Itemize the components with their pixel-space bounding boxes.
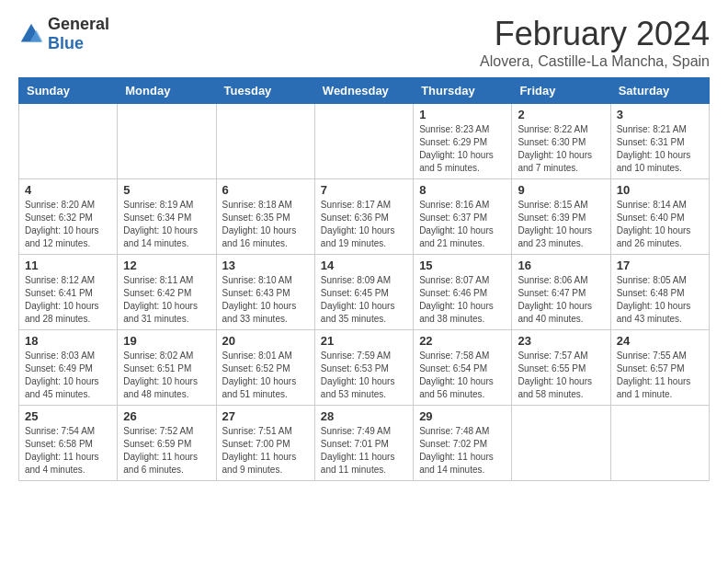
main-title: February 2024 [480, 15, 710, 53]
table-row: 26Sunrise: 7:52 AM Sunset: 6:59 PM Dayli… [118, 406, 216, 481]
table-row: 18Sunrise: 8:03 AM Sunset: 6:49 PM Dayli… [19, 330, 118, 406]
table-row: 5Sunrise: 8:19 AM Sunset: 6:34 PM Daylig… [118, 179, 216, 255]
day-number: 2 [518, 108, 604, 121]
day-number: 18 [25, 334, 111, 348]
table-row: 2Sunrise: 8:22 AM Sunset: 6:30 PM Daylig… [512, 104, 610, 179]
day-info: Sunrise: 8:22 AM Sunset: 6:30 PM Dayligh… [518, 123, 604, 175]
day-info: Sunrise: 7:52 AM Sunset: 6:59 PM Dayligh… [123, 425, 210, 477]
table-row: 27Sunrise: 7:51 AM Sunset: 7:00 PM Dayli… [216, 406, 314, 481]
calendar-week-row: 4Sunrise: 8:20 AM Sunset: 6:32 PM Daylig… [19, 179, 710, 255]
day-info: Sunrise: 8:14 AM Sunset: 6:40 PM Dayligh… [617, 199, 703, 250]
logo-text: General Blue [48, 15, 109, 53]
table-row: 1Sunrise: 8:23 AM Sunset: 6:29 PM Daylig… [414, 104, 512, 179]
day-info: Sunrise: 7:58 AM Sunset: 6:54 PM Dayligh… [419, 350, 506, 401]
day-info: Sunrise: 7:51 AM Sunset: 7:00 PM Dayligh… [222, 425, 309, 477]
table-row: 25Sunrise: 7:54 AM Sunset: 6:58 PM Dayli… [19, 406, 118, 481]
day-number: 5 [123, 183, 210, 197]
title-block: February 2024 Alovera, Castille-La Manch… [480, 15, 710, 70]
day-number: 4 [25, 183, 111, 197]
day-info: Sunrise: 8:01 AM Sunset: 6:52 PM Dayligh… [222, 350, 309, 401]
table-row: 21Sunrise: 7:59 AM Sunset: 6:53 PM Dayli… [314, 330, 413, 406]
calendar-week-row: 18Sunrise: 8:03 AM Sunset: 6:49 PM Dayli… [19, 330, 710, 406]
day-number: 25 [25, 409, 111, 423]
day-info: Sunrise: 8:23 AM Sunset: 6:29 PM Dayligh… [419, 123, 506, 175]
table-row: 13Sunrise: 8:10 AM Sunset: 6:43 PM Dayli… [216, 255, 314, 330]
table-row: 7Sunrise: 8:17 AM Sunset: 6:36 PM Daylig… [314, 179, 413, 255]
day-number: 9 [518, 183, 604, 197]
day-number: 28 [321, 409, 407, 423]
day-number: 23 [518, 334, 604, 348]
table-row: 10Sunrise: 8:14 AM Sunset: 6:40 PM Dayli… [610, 179, 709, 255]
day-info: Sunrise: 8:18 AM Sunset: 6:35 PM Dayligh… [222, 199, 309, 250]
day-number: 12 [123, 259, 210, 272]
col-sunday: Sunday [19, 78, 118, 104]
day-info: Sunrise: 8:03 AM Sunset: 6:49 PM Dayligh… [25, 350, 111, 401]
day-info: Sunrise: 7:55 AM Sunset: 6:57 PM Dayligh… [617, 350, 703, 401]
day-number: 16 [518, 259, 604, 272]
day-number: 3 [617, 108, 703, 121]
table-row: 16Sunrise: 8:06 AM Sunset: 6:47 PM Dayli… [512, 255, 610, 330]
day-info: Sunrise: 8:20 AM Sunset: 6:32 PM Dayligh… [25, 199, 111, 250]
table-row: 17Sunrise: 8:05 AM Sunset: 6:48 PM Dayli… [610, 255, 709, 330]
table-row [512, 406, 610, 481]
table-row: 29Sunrise: 7:48 AM Sunset: 7:02 PM Dayli… [414, 406, 512, 481]
day-info: Sunrise: 8:19 AM Sunset: 6:34 PM Dayligh… [123, 199, 210, 250]
sub-title: Alovera, Castille-La Mancha, Spain [480, 53, 710, 70]
table-row: 24Sunrise: 7:55 AM Sunset: 6:57 PM Dayli… [610, 330, 709, 406]
day-number: 1 [419, 108, 506, 121]
table-row: 22Sunrise: 7:58 AM Sunset: 6:54 PM Dayli… [414, 330, 512, 406]
page-container: General Blue February 2024 Alovera, Cast… [0, 0, 728, 496]
table-row: 23Sunrise: 7:57 AM Sunset: 6:55 PM Dayli… [512, 330, 610, 406]
col-monday: Monday [118, 78, 216, 104]
day-number: 21 [321, 334, 407, 348]
table-row [216, 104, 314, 179]
day-info: Sunrise: 7:48 AM Sunset: 7:02 PM Dayligh… [419, 425, 506, 477]
table-row: 12Sunrise: 8:11 AM Sunset: 6:42 PM Dayli… [118, 255, 216, 330]
day-number: 13 [222, 259, 309, 272]
table-row [118, 104, 216, 179]
table-row [19, 104, 118, 179]
day-number: 29 [419, 409, 506, 423]
day-number: 19 [123, 334, 210, 348]
day-info: Sunrise: 8:07 AM Sunset: 6:46 PM Dayligh… [419, 274, 506, 326]
table-row [610, 406, 709, 481]
table-row: 3Sunrise: 8:21 AM Sunset: 6:31 PM Daylig… [610, 104, 709, 179]
day-number: 24 [617, 334, 703, 348]
col-thursday: Thursday [414, 78, 512, 104]
day-number: 11 [25, 259, 111, 272]
table-row: 19Sunrise: 8:02 AM Sunset: 6:51 PM Dayli… [118, 330, 216, 406]
calendar-table: Sunday Monday Tuesday Wednesday Thursday… [18, 77, 710, 481]
table-row: 8Sunrise: 8:16 AM Sunset: 6:37 PM Daylig… [414, 179, 512, 255]
header: General Blue February 2024 Alovera, Cast… [18, 15, 710, 70]
calendar-header-row: Sunday Monday Tuesday Wednesday Thursday… [19, 78, 710, 104]
day-number: 26 [123, 409, 210, 423]
col-friday: Friday [512, 78, 610, 104]
day-info: Sunrise: 8:15 AM Sunset: 6:39 PM Dayligh… [518, 199, 604, 250]
day-info: Sunrise: 8:17 AM Sunset: 6:36 PM Dayligh… [321, 199, 407, 250]
calendar-week-row: 1Sunrise: 8:23 AM Sunset: 6:29 PM Daylig… [19, 104, 710, 179]
day-number: 27 [222, 409, 309, 423]
day-number: 8 [419, 183, 506, 197]
logo-general: General [48, 15, 109, 34]
logo-icon [18, 21, 44, 47]
day-info: Sunrise: 7:49 AM Sunset: 7:01 PM Dayligh… [321, 425, 407, 477]
day-info: Sunrise: 8:21 AM Sunset: 6:31 PM Dayligh… [617, 123, 703, 175]
day-number: 17 [617, 259, 703, 272]
day-info: Sunrise: 8:12 AM Sunset: 6:41 PM Dayligh… [25, 274, 111, 326]
calendar-week-row: 11Sunrise: 8:12 AM Sunset: 6:41 PM Dayli… [19, 255, 710, 330]
table-row: 6Sunrise: 8:18 AM Sunset: 6:35 PM Daylig… [216, 179, 314, 255]
calendar-week-row: 25Sunrise: 7:54 AM Sunset: 6:58 PM Dayli… [19, 406, 710, 481]
day-info: Sunrise: 8:11 AM Sunset: 6:42 PM Dayligh… [123, 274, 210, 326]
day-number: 14 [321, 259, 407, 272]
day-number: 10 [617, 183, 703, 197]
table-row: 14Sunrise: 8:09 AM Sunset: 6:45 PM Dayli… [314, 255, 413, 330]
logo-blue: Blue [48, 34, 109, 53]
day-info: Sunrise: 8:06 AM Sunset: 6:47 PM Dayligh… [518, 274, 604, 326]
day-info: Sunrise: 8:09 AM Sunset: 6:45 PM Dayligh… [321, 274, 407, 326]
table-row: 15Sunrise: 8:07 AM Sunset: 6:46 PM Dayli… [414, 255, 512, 330]
day-number: 6 [222, 183, 309, 197]
day-info: Sunrise: 8:02 AM Sunset: 6:51 PM Dayligh… [123, 350, 210, 401]
day-info: Sunrise: 8:10 AM Sunset: 6:43 PM Dayligh… [222, 274, 309, 326]
day-number: 22 [419, 334, 506, 348]
logo: General Blue [18, 15, 109, 53]
